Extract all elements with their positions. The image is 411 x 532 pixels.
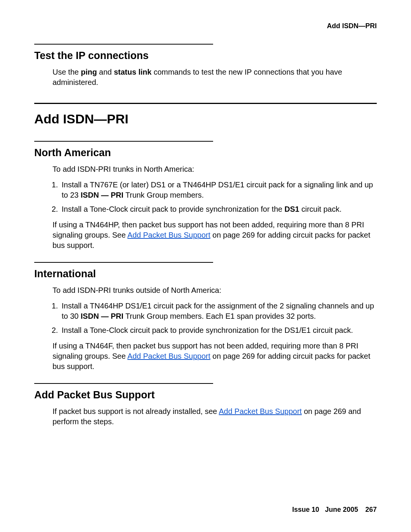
paragraph: To add ISDN-PRI trunks in North America: (53, 164, 377, 174)
footer-issue: Issue 10 (292, 506, 319, 513)
text: Use the (53, 68, 81, 76)
bold-text: ISDN — PRI (81, 312, 123, 320)
section-rule (34, 383, 213, 384)
running-header: Add ISDN—PRI (34, 22, 377, 30)
text: Install a Tone-Clock circuit pack to pro… (62, 205, 284, 213)
paragraph: If using a TN464HP, then packet bus supp… (53, 220, 377, 251)
heading-add-isdn-pri: Add ISDN—PRI (34, 112, 377, 126)
text: Trunk Group members. Each E1 span provid… (123, 312, 316, 320)
list-item: Install a TN767E (or later) DS1 or a TN4… (60, 180, 377, 200)
chapter-rule (34, 103, 377, 104)
bold-text: DS1 (284, 205, 299, 213)
section-rule (34, 262, 213, 263)
bold-text: status link (114, 68, 151, 76)
list-item: Install a TN464HP DS1/E1 circuit pack fo… (60, 301, 377, 321)
heading-test-ip: Test the IP connections (34, 50, 377, 62)
bold-text: ISDN — PRI (81, 191, 123, 199)
heading-north-american: North American (34, 147, 377, 159)
paragraph: To add ISDN-PRI trunks outside of North … (53, 285, 377, 296)
text: If packet bus support is not already ins… (53, 407, 219, 415)
bold-text: ping (81, 68, 97, 76)
ordered-list: Install a TN767E (or later) DS1 or a TN4… (34, 180, 377, 214)
text: and (97, 68, 114, 76)
link-add-packet-bus[interactable]: Add Packet Bus Support (219, 407, 302, 415)
section-rule (34, 141, 213, 142)
footer-date: June 2005 (325, 506, 358, 513)
link-add-packet-bus[interactable]: Add Packet Bus Support (127, 352, 210, 360)
document-page: Add ISDN—PRI Test the IP connections Use… (0, 0, 411, 532)
heading-add-packet-bus: Add Packet Bus Support (34, 389, 377, 401)
list-item: Install a Tone-Clock circuit pack to pro… (60, 325, 377, 335)
paragraph: If packet bus support is not already ins… (53, 406, 377, 427)
text: Trunk Group members. (123, 191, 204, 199)
list-item: Install a Tone-Clock circuit pack to pro… (60, 204, 377, 214)
ordered-list: Install a TN464HP DS1/E1 circuit pack fo… (34, 301, 377, 335)
section-rule (34, 44, 213, 45)
heading-international: International (34, 268, 377, 280)
page-footer: Issue 10 June 2005 267 (292, 506, 377, 514)
paragraph: If using a TN464F, then packet bus suppo… (53, 341, 377, 372)
paragraph: Use the ping and status link commands to… (53, 67, 377, 88)
link-add-packet-bus[interactable]: Add Packet Bus Support (127, 231, 210, 239)
footer-page-number: 267 (365, 506, 377, 513)
text: circuit pack. (299, 205, 341, 213)
